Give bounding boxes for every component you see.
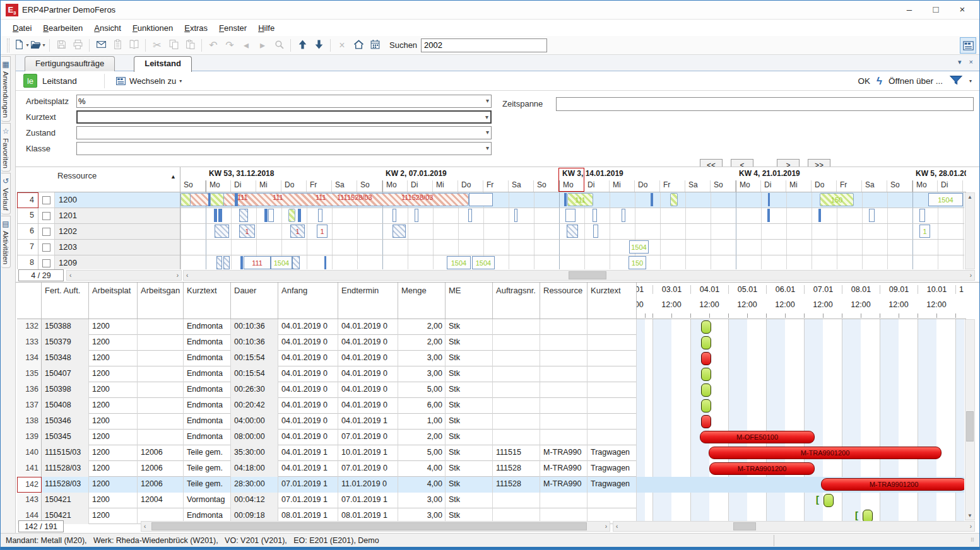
gantt-row-band[interactable] [637, 335, 964, 351]
gantt-bar[interactable]: 1 [919, 225, 930, 238]
zustand-input[interactable] [78, 127, 480, 139]
column-header-arbeitsgan[interactable]: Arbeitsgan [138, 283, 184, 319]
table-row[interactable]: 141111528/03120012006Teile gem.04:18:000… [17, 461, 964, 477]
gantt-bar[interactable] [469, 193, 493, 206]
gantt-bar[interactable]: 1 [290, 225, 305, 238]
gantt-row-band[interactable]: [ [637, 493, 964, 508]
menu-extras[interactable]: Extras [179, 21, 213, 35]
close-x-button[interactable]: × [334, 38, 350, 53]
zeitspanne-input[interactable] [556, 97, 974, 111]
gantt-row-band[interactable] [637, 319, 964, 335]
gantt-row-band[interactable] [637, 351, 964, 366]
resource-row[interactable]: 712031504 [17, 240, 964, 255]
wechseln-zu-button[interactable]: Wechseln zu ▾ [112, 74, 186, 88]
scroll-up-icon[interactable]: ▲ [965, 194, 974, 200]
table-row[interactable]: 1341503481200Endmonta00:15:5404.01.2019 … [17, 351, 964, 366]
gantt-bar[interactable] [292, 256, 300, 269]
gantt-bar[interactable]: 150 [629, 256, 646, 269]
ok-button[interactable]: OK [858, 76, 870, 86]
status-marker-green[interactable] [701, 336, 711, 349]
paste-button[interactable] [182, 38, 198, 53]
gantt-bar[interactable] [869, 209, 875, 222]
offnen-uber-button[interactable]: Öffnen über ... [888, 76, 943, 86]
gantt-bar[interactable] [215, 225, 229, 238]
upper-vertical-scrollbar[interactable]: ▲ [965, 192, 975, 269]
table-row[interactable]: 142111528/03120012006Teile gem.28:30:000… [17, 477, 964, 493]
gantt-row-band[interactable] [637, 414, 964, 430]
chevron-down-icon[interactable]: ▾ [485, 114, 488, 120]
scroll-right-icon[interactable]: › [970, 272, 972, 279]
redo-button[interactable]: ↷ [222, 38, 237, 53]
gantt-bar[interactable]: 1504 [472, 256, 495, 269]
gantt-bar[interactable]: 1 [239, 225, 255, 238]
gantt-bar[interactable] [593, 225, 598, 238]
chevron-down-icon[interactable]: ▾ [486, 144, 489, 151]
gantt-bar[interactable] [622, 209, 625, 222]
table-row[interactable]: 140111515/03120012006Teile gem.35:30:000… [17, 445, 964, 461]
gantt-row-band[interactable]: M-TRA9901200 [637, 477, 964, 493]
gantt-row-band[interactable] [637, 382, 964, 398]
upper-gantt-scrollbar[interactable]: ‹ › [183, 270, 975, 281]
gantt-bar[interactable]: 150 [820, 193, 854, 206]
gantt-bar-m-tra9901200[interactable]: M-TRA9901200 [709, 447, 942, 459]
chevron-down-icon[interactable]: ▾ [486, 129, 489, 136]
checkbox[interactable] [42, 196, 50, 204]
open-folder-button[interactable]: ▾ [30, 38, 45, 53]
minimize-button[interactable]: – [896, 1, 923, 20]
kurztext-input[interactable] [79, 112, 479, 122]
gantt-row-band[interactable]: M-OFE50100 [637, 430, 964, 445]
scrollbar-thumb[interactable] [569, 271, 606, 279]
resource-column-header[interactable]: Ressource ▲ [17, 167, 180, 192]
gantt-bar[interactable]: 111 [244, 256, 271, 269]
lightning-icon[interactable]: ϟ [877, 75, 882, 88]
gantt-bar[interactable] [318, 209, 322, 222]
table-row[interactable]: 143150421120012004Vormontag00:04:1207.01… [17, 493, 964, 508]
column-header-arbeitsplat[interactable]: Arbeitsplat [89, 283, 138, 319]
search-button[interactable] [271, 38, 286, 53]
column-header-kurztext[interactable]: Kurztext [184, 283, 231, 319]
menu-funktionen[interactable]: Funktionen [127, 21, 179, 35]
gantt-bar[interactable] [288, 209, 295, 222]
arrow-up-button[interactable] [295, 38, 310, 53]
chevron-down-icon[interactable]: ▾ [969, 78, 972, 84]
chevron-down-icon[interactable]: ▾ [486, 97, 489, 104]
tabstrip-close-icon[interactable]: × [969, 58, 973, 66]
gantt-bar[interactable] [208, 193, 210, 206]
sidebar-item-favoriten[interactable]: ☆Favoriten [1, 123, 11, 172]
gantt-bar[interactable] [180, 193, 191, 206]
table-row[interactable]: 1371504081200Endmonta00:20:4204.01.2019 … [17, 398, 964, 414]
gantt-bar[interactable] [564, 193, 567, 206]
gantt-bar[interactable]: 1 [317, 225, 328, 238]
kurztext-combobox[interactable]: ▾ [76, 110, 492, 124]
back-button[interactable]: ◂ [239, 38, 254, 53]
forward-button[interactable]: ▸ [255, 38, 270, 53]
gantt-row-band[interactable] [637, 366, 964, 382]
maximize-button[interactable]: □ [923, 1, 949, 20]
gantt-bar[interactable] [468, 209, 472, 222]
menu-fenster[interactable]: Fenster [213, 21, 252, 35]
lower-vertical-scrollbar[interactable]: ▼ [965, 319, 975, 520]
print-button[interactable] [70, 38, 85, 53]
gantt-bar[interactable] [768, 193, 770, 206]
table-row[interactable]: 1331503791200Endmonta00:10:3604.01.2019 … [17, 335, 964, 351]
menu-datei[interactable]: Datei [7, 21, 37, 35]
gantt-bar[interactable] [393, 225, 406, 238]
column-header-kurztext[interactable]: Kurztext [587, 283, 637, 319]
filter-funnel-icon[interactable] [949, 75, 963, 87]
gantt-row-band[interactable]: M-TRA9901200 [637, 461, 964, 477]
gantt-bar-m-tra9901200[interactable]: M-TRA9901200 [821, 478, 964, 491]
table-row[interactable]: 1381503461200Endmonta04:00:0004.01.2019 … [17, 414, 964, 430]
column-header-endtermin[interactable]: Endtermin [338, 283, 398, 319]
gantt-bar[interactable] [264, 209, 268, 222]
gantt-row-band[interactable]: 111150415041504150 [180, 255, 964, 269]
sidebar-item-aktivitäten[interactable]: ▤Aktivitäten [1, 216, 11, 268]
resource-row[interactable]: 81209111150415041504150 [17, 255, 964, 269]
new-document-button[interactable]: ▾ [14, 38, 29, 53]
scrollbar-thumb[interactable] [151, 522, 587, 530]
column-header-anfang[interactable]: Anfang [278, 283, 338, 319]
resource-row[interactable]: 4120011115015041111111111111528/03111528… [17, 192, 964, 208]
search-input[interactable] [421, 38, 547, 52]
mail-button[interactable] [93, 38, 109, 53]
scroll-left-icon[interactable]: ‹ [69, 272, 71, 279]
scroll-right-icon[interactable]: › [605, 523, 607, 530]
